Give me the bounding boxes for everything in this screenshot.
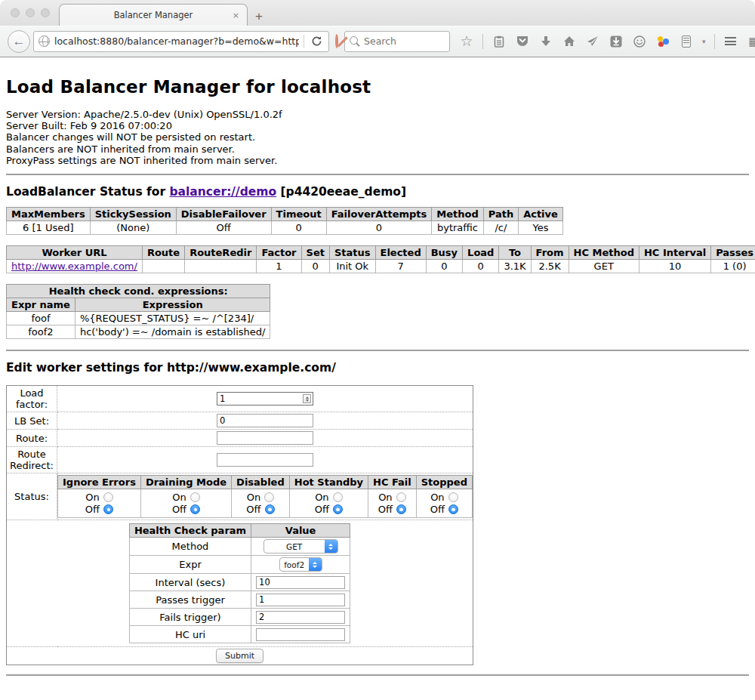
column-header: Worker URL [7, 246, 143, 260]
worker-url-link[interactable]: http://www.example.com/ [11, 261, 137, 272]
edit-worker-form: Load factor: LB Set: Route: Route Redire… [6, 385, 473, 665]
radio-off[interactable] [333, 504, 343, 514]
edit-worker-heading: Edit worker settings for http://www.exam… [6, 361, 749, 375]
url-text[interactable]: localhost:8880/balancer-manager?b=demo&w… [54, 35, 299, 47]
radio-off[interactable] [448, 504, 458, 514]
form-row-load-factor: Load factor: [7, 386, 473, 412]
downloads-panel-icon[interactable] [609, 33, 624, 50]
site-globe-icon [39, 35, 50, 47]
url-bar[interactable]: localhost:8880/balancer-manager?b=demo&w… [33, 31, 329, 52]
status-radio-cell-hc-fail: On Off [368, 489, 417, 518]
device-list-icon[interactable] [679, 33, 694, 50]
cell-method: bytraffic [432, 221, 483, 235]
close-tab-icon[interactable]: × [233, 11, 239, 20]
column-header: To [499, 246, 531, 260]
home-icon[interactable] [562, 33, 577, 50]
send-plane-icon[interactable] [585, 33, 600, 50]
back-button[interactable]: ← [8, 30, 30, 53]
header-row: Ignore Errors Draining Mode Disabled Hot… [58, 476, 473, 489]
form-row-health-params: Health Check param Value Method GET [7, 520, 473, 647]
radio-on[interactable] [448, 492, 458, 502]
cell-load: 0 [463, 260, 499, 273]
hc-uri-input[interactable] [256, 628, 345, 641]
divider [482, 34, 483, 49]
column-header: Active [519, 208, 563, 221]
radio-on[interactable] [190, 492, 200, 502]
column-header: HC Fail [368, 476, 417, 489]
method-select[interactable]: GET [263, 539, 338, 554]
tab-balancer-manager[interactable]: Balancer Manager × [59, 4, 248, 26]
radio-row: On Off On Off On Off [58, 489, 473, 518]
chevron-down-icon[interactable]: ▾ [702, 38, 706, 45]
status-options-table: Ignore Errors Draining Mode Disabled Hot… [57, 475, 473, 518]
tab-bar: Balancer Manager × + [0, 0, 755, 26]
search-input[interactable] [364, 35, 439, 47]
server-built-line: Server Built: Feb 9 2016 07:00:20 [6, 120, 749, 131]
load-factor-input[interactable] [217, 392, 313, 406]
radio-off[interactable] [190, 504, 200, 514]
divider [6, 350, 749, 351]
column-header: Busy [426, 246, 462, 260]
column-header: From [531, 246, 569, 260]
column-header: RouteRedir [185, 246, 257, 260]
new-tab-button[interactable]: + [248, 6, 270, 26]
navigation-toolbar: ← localhost:8880/balancer-manager?b=demo… [0, 26, 755, 57]
radio-on[interactable] [396, 492, 406, 502]
page-content: Load Balancer Manager for localhost Serv… [0, 77, 755, 676]
table-row: 6 [1 Used] (None) Off 0 0 bytraffic /c/ … [7, 221, 563, 235]
balancer-demo-link[interactable]: balancer://demo [169, 185, 276, 199]
column-header: HC Method [569, 246, 639, 260]
column-header: Draining Mode [140, 476, 231, 489]
hc-uri-label: HC uri [129, 626, 251, 643]
route-redirect-label: Route Redirect: [7, 447, 57, 473]
lb-set-input[interactable] [217, 414, 313, 427]
adblock-icon[interactable] [335, 34, 338, 48]
radio-on[interactable] [103, 492, 113, 502]
column-header: Hot Standby [289, 476, 368, 489]
feedback-smiley-icon[interactable] [632, 33, 647, 50]
cell-failoverattempts: 0 [326, 221, 432, 235]
expr-select[interactable]: foof2 [279, 557, 322, 572]
radio-off[interactable] [265, 504, 275, 514]
column-header: Timeout [271, 208, 326, 221]
close-window-button[interactable] [11, 8, 20, 17]
route-input[interactable] [217, 431, 313, 445]
pocket-icon[interactable] [515, 33, 530, 50]
column-header: DisableFailover [176, 208, 271, 221]
cell-path: /c/ [483, 221, 518, 235]
table-title: Health check cond. expressions: [7, 285, 270, 298]
column-header: FailoverAttempts [326, 208, 432, 221]
window-controls[interactable] [11, 8, 50, 17]
cell-expr-name: foof [7, 312, 76, 325]
colored-dots-extension-icon[interactable] [655, 33, 670, 50]
proxypass-note-line: ProxyPass settings are NOT inherited fro… [6, 155, 749, 166]
cell-timeout: 0 [271, 221, 326, 235]
clipboard-icon[interactable] [492, 33, 507, 50]
form-row-method: Method GET [129, 538, 350, 556]
menu-hamburger-icon[interactable] [723, 33, 738, 50]
radio-off[interactable] [103, 504, 113, 514]
form-row-route-redirect: Route Redirect: [7, 447, 473, 473]
submit-button[interactable]: Submit [216, 649, 263, 663]
number-stepper-icon[interactable] [303, 394, 311, 403]
header-row: Worker URL Route RouteRedir Factor Set S… [7, 246, 755, 260]
passes-input[interactable] [256, 594, 345, 606]
fails-input[interactable] [256, 611, 345, 624]
bookmark-star-icon[interactable]: ☆ [459, 33, 474, 50]
download-arrow-icon[interactable] [538, 33, 553, 50]
radio-on[interactable] [333, 492, 343, 502]
minimize-window-button[interactable] [26, 8, 35, 17]
title-row: Health check cond. expressions: [7, 285, 270, 298]
search-bar[interactable] [344, 31, 450, 52]
cell-busy: 0 [426, 260, 462, 273]
zoom-window-button[interactable] [41, 8, 50, 17]
route-redirect-input[interactable] [217, 453, 313, 467]
header-row: Expr name Expression [7, 298, 270, 312]
radio-off[interactable] [396, 504, 406, 514]
radio-on[interactable] [264, 492, 274, 502]
interval-input[interactable] [256, 576, 345, 589]
form-row-status: Status: Ignore Errors Draining Mode Disa… [7, 473, 473, 520]
column-header: MaxMembers [7, 208, 91, 221]
tab-groups-icon[interactable]: ▦ [747, 33, 755, 50]
reload-icon[interactable] [309, 33, 324, 50]
